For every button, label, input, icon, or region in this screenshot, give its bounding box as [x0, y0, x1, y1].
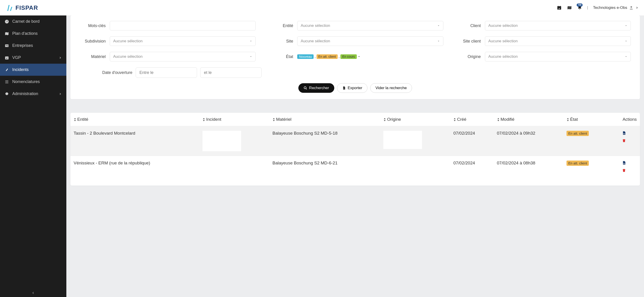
trash-icon[interactable]	[622, 168, 626, 172]
svg-rect-11	[5, 83, 8, 83]
status-badge: En att. client	[566, 161, 589, 166]
svg-rect-1	[557, 6, 561, 8]
logo[interactable]: FISPAR	[6, 4, 38, 12]
sidebar-item-vgp[interactable]: VGP	[0, 52, 66, 64]
user-label: Technologies e-Obs	[593, 6, 627, 10]
search-icon	[304, 86, 307, 90]
etat-select[interactable]: Nouveau, En att. client, En cours	[297, 54, 443, 59]
map-icon[interactable]	[567, 5, 572, 10]
filter-panel: Mots-clés Entité Aucune sélection Client…	[70, 16, 640, 99]
notification-count-badge: 730	[576, 4, 583, 7]
svg-text:x: x	[343, 88, 344, 89]
brush-icon	[4, 68, 9, 72]
subdivision-label: Subdivision	[80, 39, 106, 44]
sidebar-item-label: Plan d'actions	[12, 31, 38, 36]
user-icon	[629, 6, 634, 10]
user-menu[interactable]: Technologies e-Obs	[593, 6, 638, 10]
brand-name: FISPAR	[16, 4, 38, 11]
chevron-down-icon	[437, 40, 440, 43]
sidebar-item-plan[interactable]: Plan d'actions	[0, 28, 66, 40]
origine-select[interactable]: Aucune sélection	[485, 52, 631, 61]
site-label: Site	[267, 39, 293, 44]
sidebar-collapse[interactable]	[31, 291, 35, 295]
tag-en-att-client: En att. client	[316, 54, 338, 59]
site-client-select[interactable]: Aucune sélection	[485, 36, 631, 46]
client-select[interactable]: Aucune sélection	[485, 21, 631, 31]
pdf-icon[interactable]: PDF	[622, 161, 626, 165]
cell-incident	[199, 156, 269, 186]
sidebar-item-label: VGP	[12, 55, 21, 60]
sidebar-item-label: Carnet de bord	[12, 19, 40, 24]
cell-modifie: 07/02/2024 à 09h32	[494, 126, 563, 156]
mots-cles-input[interactable]	[110, 21, 256, 31]
dashboard-icon	[4, 19, 9, 24]
topbar: FISPAR 730 | Technologies e-Obs	[0, 0, 644, 16]
col-etat[interactable]: État	[563, 113, 608, 126]
etat-label: État	[267, 54, 293, 59]
cell-materiel: Balayeuse Boschung S2 MD-5-18	[269, 126, 380, 156]
sidebar-item-incidents[interactable]: Incidents	[0, 64, 66, 76]
chevron-right-icon	[59, 92, 62, 96]
col-origine[interactable]: Origine	[380, 113, 450, 126]
trash-icon[interactable]	[622, 139, 626, 143]
table-row[interactable]: Vénissieux - ERM (rue de la république) …	[70, 156, 640, 186]
col-cree[interactable]: Créé	[450, 113, 494, 126]
col-modifie[interactable]: Modifié	[494, 113, 563, 126]
client-label: Client	[455, 24, 481, 28]
entite-label: Entité	[267, 24, 293, 28]
date-to-input[interactable]	[200, 67, 262, 78]
sidebar-item-nomenclatures[interactable]: Nomenclatures	[0, 76, 66, 88]
chevron-down-icon	[437, 24, 440, 27]
materiel-select[interactable]: Aucune sélection	[110, 52, 256, 61]
cell-entite: Tassin - 2 Boulevard Montcelard	[70, 126, 199, 156]
sidebar-item-label: Incidents	[12, 67, 29, 72]
table-row[interactable]: Tassin - 2 Boulevard Montcelard Balayeus…	[70, 126, 640, 156]
svg-rect-10	[5, 82, 8, 82]
cell-entite: Vénissieux - ERM (rue de la république)	[70, 156, 199, 186]
sidebar-item-entreprises[interactable]: Entreprises	[0, 40, 66, 52]
rechercher-button[interactable]: Rechercher	[298, 83, 334, 93]
cell-origine	[380, 156, 450, 186]
calendar-icon[interactable]	[557, 5, 562, 10]
id-card-icon	[4, 44, 9, 48]
col-incident[interactable]: Incident	[199, 113, 269, 126]
chevron-down-icon	[625, 40, 628, 43]
sidebar-item-administration[interactable]: Administration	[0, 88, 66, 100]
pdf-icon[interactable]: PDF	[622, 131, 626, 135]
cell-incident	[199, 126, 269, 156]
exporter-button[interactable]: x Exporter	[337, 83, 368, 93]
col-actions: Actions	[608, 113, 640, 126]
cell-origine	[380, 126, 450, 156]
svg-point-5	[6, 45, 6, 46]
sidebar: Carnet de bord Plan d'actions Entreprise…	[0, 16, 66, 297]
svg-rect-7	[7, 46, 8, 46]
site-select[interactable]: Aucune sélection	[297, 36, 443, 46]
cell-cree: 07/02/2024	[450, 126, 494, 156]
chevron-down-icon	[358, 55, 360, 58]
cell-etat: En att. client	[563, 156, 608, 186]
svg-point-2	[630, 6, 632, 8]
map-icon	[4, 31, 9, 36]
cell-actions: PDF	[608, 156, 640, 186]
chevron-down-icon	[250, 40, 252, 43]
sidebar-item-label: Entreprises	[12, 43, 33, 48]
col-materiel[interactable]: Matériel	[269, 113, 380, 126]
chevron-right-icon	[59, 56, 62, 59]
chevron-right-icon	[635, 6, 638, 9]
svg-point-13	[304, 87, 306, 89]
mots-cles-label: Mots-clés	[80, 24, 106, 28]
date-ouverture-label: Date d'ouverture	[102, 70, 132, 75]
list-icon	[4, 80, 9, 84]
subdivision-select[interactable]: Aucune sélection	[110, 36, 256, 46]
vider-button[interactable]: Vider la recherche	[370, 83, 412, 93]
col-entite[interactable]: Entité	[70, 113, 199, 126]
chevron-down-icon	[625, 24, 628, 27]
svg-rect-4	[5, 44, 9, 47]
sidebar-item-carnet[interactable]: Carnet de bord	[0, 16, 66, 28]
entite-select[interactable]: Aucune sélection	[297, 21, 443, 31]
bell-icon[interactable]: 730	[577, 5, 582, 10]
divider: |	[587, 6, 588, 10]
cell-materiel: Balayeuse Boschung S2 MD-6-21	[269, 156, 380, 186]
date-from-input[interactable]	[136, 67, 197, 78]
logo-icon	[6, 4, 14, 12]
